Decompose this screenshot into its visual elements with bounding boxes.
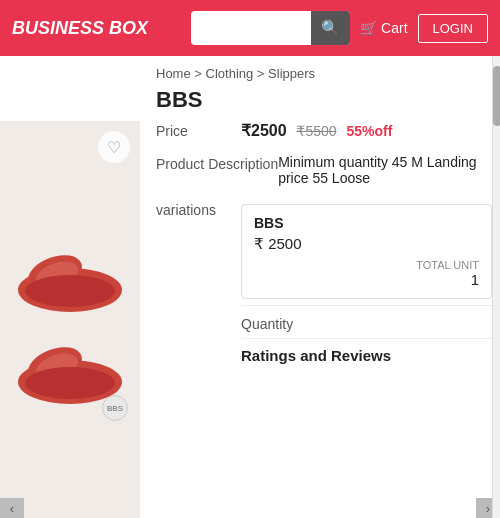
reviews-title: Ratings and Reviews xyxy=(241,347,391,364)
search-icon: 🔍 xyxy=(321,19,340,37)
description-row: Product Description Minimum quantity 45 … xyxy=(156,154,492,186)
product-badge: BBS xyxy=(102,395,128,421)
cart-button[interactable]: 🛒 Cart xyxy=(360,20,407,36)
cart-icon: 🛒 xyxy=(360,20,377,36)
header: BUSINESS BOX 🔍 🛒 Cart LOGIN xyxy=(0,0,500,56)
next-arrow-icon: › xyxy=(486,501,490,516)
price-current: ₹2500 xyxy=(241,122,287,139)
scrollbar-thumb[interactable] xyxy=(493,66,500,126)
quantity-row: Quantity xyxy=(241,305,492,332)
scrollbar-track xyxy=(492,56,500,518)
variation-name: BBS xyxy=(254,215,479,231)
total-unit-value: 1 xyxy=(254,271,479,288)
cart-label: Cart xyxy=(381,20,407,36)
heart-icon: ♡ xyxy=(107,138,121,157)
variation-card[interactable]: BBS ₹ 2500 TOTAL UNIT 1 xyxy=(241,204,492,299)
reviews-section: Ratings and Reviews xyxy=(241,338,492,364)
breadcrumb: Home > Clothing > Slippers xyxy=(140,56,500,87)
detail-panel: Price ₹2500 ₹5500 55%off Product Descrip… xyxy=(140,121,500,518)
breadcrumb-slippers[interactable]: Slippers xyxy=(268,66,315,81)
brand-title: BUSINESS BOX xyxy=(12,18,181,39)
bottom-nav: ‹ › xyxy=(0,498,500,518)
breadcrumb-sep2: > xyxy=(257,66,265,81)
product-title: BBS xyxy=(156,87,500,121)
slipper-top-image xyxy=(15,235,125,315)
main-content: ♡ BBS Price xyxy=(0,121,500,518)
breadcrumb-clothing[interactable]: Clothing xyxy=(206,66,254,81)
description-label: Product Description xyxy=(156,154,278,172)
breadcrumb-sep1: > xyxy=(194,66,202,81)
description-text: Minimum quantity 45 M Landing price 55 L… xyxy=(278,154,492,186)
variations-row: variations BBS ₹ 2500 TOTAL UNIT 1 Quant… xyxy=(156,200,492,364)
svg-point-3 xyxy=(25,275,115,307)
price-row: Price ₹2500 ₹5500 55%off xyxy=(156,121,492,140)
price-value: ₹2500 ₹5500 55%off xyxy=(241,121,492,140)
slipper-bottom-image xyxy=(15,327,125,407)
variation-price: ₹ 2500 xyxy=(254,235,479,253)
breadcrumb-home[interactable]: Home xyxy=(156,66,191,81)
svg-point-7 xyxy=(25,367,115,399)
product-image-panel: ♡ BBS xyxy=(0,121,140,518)
wishlist-button[interactable]: ♡ xyxy=(98,131,130,163)
price-original: ₹5500 xyxy=(296,123,336,139)
total-unit-label: TOTAL UNIT xyxy=(254,259,479,271)
prev-arrow-icon: ‹ xyxy=(10,501,14,516)
search-box: 🔍 xyxy=(191,11,350,45)
quantity-label: Quantity xyxy=(241,316,293,332)
price-label: Price xyxy=(156,121,241,139)
search-button[interactable]: 🔍 xyxy=(311,11,350,45)
login-button[interactable]: LOGIN xyxy=(418,14,488,43)
search-input[interactable] xyxy=(191,21,311,36)
price-discount: 55%off xyxy=(347,123,393,139)
variations-label: variations xyxy=(156,200,241,218)
prev-arrow[interactable]: ‹ xyxy=(0,498,24,518)
